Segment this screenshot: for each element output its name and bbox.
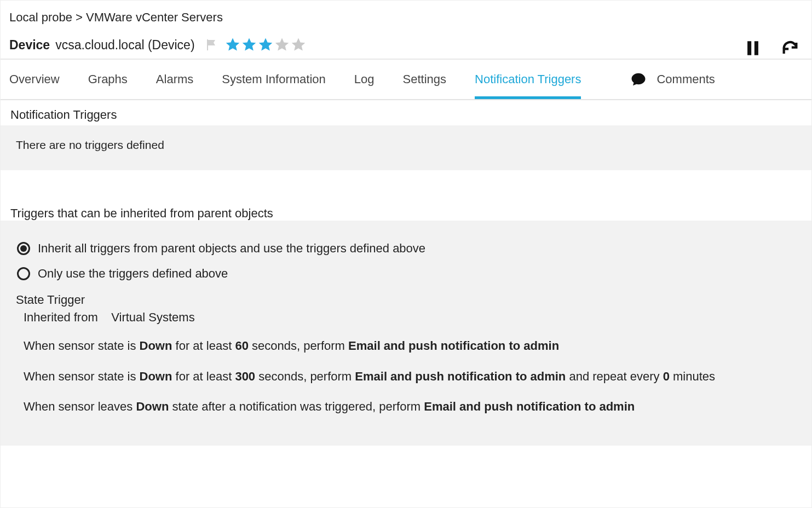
svg-rect-1 bbox=[755, 41, 758, 55]
tab-comments-label: Comments bbox=[656, 72, 715, 86]
device-line: Device vcsa.cloud.local (Device) bbox=[9, 37, 803, 53]
rule-text: minutes bbox=[670, 370, 715, 383]
refresh-icon[interactable] bbox=[781, 39, 799, 57]
tab-notif[interactable]: Notification Triggers bbox=[475, 60, 581, 99]
rule-text: and repeat every bbox=[566, 370, 663, 383]
breadcrumb-parent[interactable]: Local probe bbox=[9, 10, 72, 24]
tab-settings[interactable]: Settings bbox=[403, 60, 447, 99]
tabs-bar: OverviewGraphsAlarmsSystem InformationLo… bbox=[1, 60, 811, 100]
trigger-rule-2: When sensor state is Down for at least 3… bbox=[24, 368, 796, 385]
rule-text: for at least bbox=[172, 339, 235, 353]
radio-inherit-all[interactable]: Inherit all triggers from parent objects… bbox=[17, 241, 796, 256]
tab-sysinfo[interactable]: System Information bbox=[222, 60, 326, 99]
breadcrumb-child[interactable]: VMWare vCenter Servers bbox=[86, 10, 223, 24]
page-root: Local probe > VMWare vCenter Servers Dev… bbox=[0, 0, 812, 508]
state-trigger-heading: State Trigger bbox=[16, 293, 796, 307]
radio-label-inherit-all: Inherit all triggers from parent objects… bbox=[38, 241, 425, 256]
breadcrumb-sep-char: > bbox=[76, 10, 83, 24]
rule-value: Email and push notification to admin bbox=[348, 339, 559, 353]
radio-dot-only-local[interactable] bbox=[17, 267, 30, 280]
comment-icon bbox=[630, 71, 647, 88]
trigger-rule-3: When sensor leaves Down state after a no… bbox=[24, 399, 796, 415]
tab-comments[interactable]: Comments bbox=[630, 60, 715, 99]
section-notification-triggers: Notification Triggers There are no trigg… bbox=[1, 100, 811, 170]
rule-value: Down bbox=[140, 339, 172, 353]
inherited-from-line: Inherited from Virtual Systems bbox=[24, 310, 796, 325]
header-actions bbox=[744, 39, 799, 57]
rating-stars[interactable] bbox=[224, 37, 307, 53]
panel-inherit: Inherit all triggers from parent objects… bbox=[1, 221, 811, 446]
tab-alarms[interactable]: Alarms bbox=[156, 60, 193, 99]
tab-log[interactable]: Log bbox=[354, 60, 375, 99]
breadcrumb[interactable]: Local probe > VMWare vCenter Servers bbox=[9, 10, 803, 25]
star-filled-icon[interactable] bbox=[257, 37, 274, 53]
notif-empty-text: There are no triggers defined bbox=[16, 138, 796, 152]
tab-overview[interactable]: Overview bbox=[9, 60, 60, 99]
rule-value: Email and push notification to admin bbox=[424, 400, 635, 413]
rule-text: seconds, perform bbox=[255, 370, 355, 383]
section-title-notif: Notification Triggers bbox=[10, 108, 802, 122]
inherited-prefix: Inherited from bbox=[24, 310, 98, 324]
trigger-rule-1: When sensor state is Down for at least 6… bbox=[24, 338, 796, 354]
panel-notif-empty: There are no triggers defined bbox=[1, 125, 811, 170]
rule-text: When sensor leaves bbox=[24, 400, 136, 413]
svg-rect-0 bbox=[747, 41, 751, 55]
section-head-notif: Notification Triggers bbox=[1, 100, 811, 122]
radio-label-only-local: Only use the triggers defined above bbox=[38, 267, 228, 281]
section-title-inherit: Triggers that can be inherited from pare… bbox=[10, 206, 802, 221]
pause-icon[interactable] bbox=[744, 39, 762, 57]
rule-text: for at least bbox=[172, 370, 235, 383]
device-label: Device bbox=[9, 38, 50, 53]
section-head-inherit: Triggers that can be inherited from pare… bbox=[1, 199, 811, 221]
flag-icon[interactable] bbox=[205, 38, 218, 51]
rule-value: Down bbox=[140, 370, 172, 383]
state-trigger-rules: When sensor state is Down for at least 6… bbox=[24, 338, 796, 415]
section-spacer bbox=[1, 170, 811, 199]
rule-value: 300 bbox=[235, 370, 255, 383]
page-header: Local probe > VMWare vCenter Servers Dev… bbox=[1, 1, 811, 60]
inherited-source: Virtual Systems bbox=[111, 310, 194, 324]
rule-value: 0 bbox=[663, 370, 670, 383]
rule-text: state after a notification was triggered… bbox=[169, 400, 424, 413]
tab-graphs[interactable]: Graphs bbox=[88, 60, 128, 99]
rule-value: Down bbox=[136, 400, 169, 413]
state-trigger-body: Inherited from Virtual Systems When sens… bbox=[16, 310, 796, 415]
star-empty-icon[interactable] bbox=[274, 37, 290, 53]
radio-dot-inherit-all[interactable] bbox=[17, 242, 30, 255]
device-name: vcsa.cloud.local (Device) bbox=[55, 38, 194, 53]
star-filled-icon[interactable] bbox=[224, 37, 241, 53]
star-empty-icon[interactable] bbox=[290, 37, 307, 53]
rule-value: 60 bbox=[235, 339, 248, 353]
section-inherit: Triggers that can be inherited from pare… bbox=[1, 199, 811, 446]
rule-text: When sensor state is bbox=[24, 339, 140, 353]
rule-text: seconds, perform bbox=[249, 339, 348, 353]
inherit-radio-group: Inherit all triggers from parent objects… bbox=[16, 241, 796, 281]
rule-value: Email and push notification to admin bbox=[355, 370, 566, 383]
rule-text: When sensor state is bbox=[24, 370, 140, 383]
star-filled-icon[interactable] bbox=[241, 37, 257, 53]
radio-only-local[interactable]: Only use the triggers defined above bbox=[17, 267, 796, 281]
